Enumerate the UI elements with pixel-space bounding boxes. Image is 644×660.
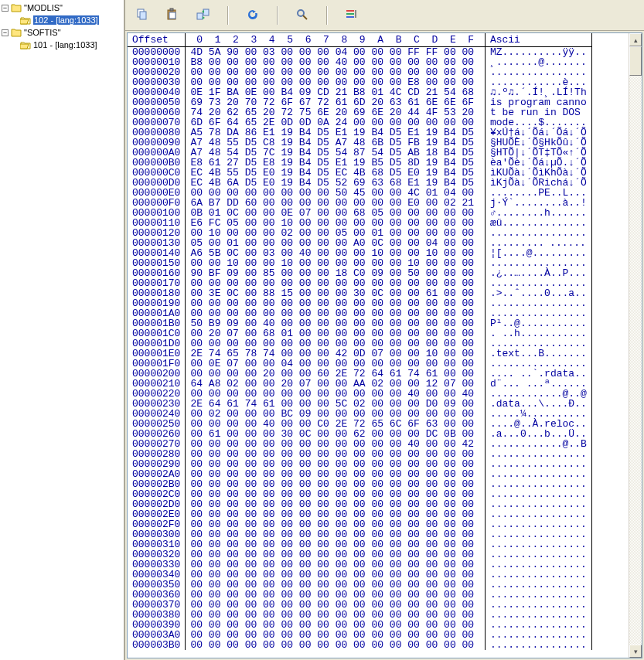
svg-rect-1	[140, 12, 146, 19]
copy-button[interactable]	[133, 7, 150, 24]
toolbar-separator	[277, 6, 278, 25]
tree-row[interactable]: 102 - [lang:1033]	[0, 14, 124, 26]
header-hex: 0 1 2 3 4 5 6 7 8 9 A B C D E F	[186, 33, 485, 47]
toolbar	[125, 0, 644, 31]
toolbar-separator	[326, 6, 328, 25]
resource-tree[interactable]: −"MODLIS"102 - [lang:1033]−"SOFTIS"101 -…	[0, 0, 125, 660]
swap-icon	[196, 8, 210, 23]
folder-icon	[11, 28, 22, 37]
svg-rect-11	[346, 16, 354, 18]
tree-row[interactable]: −"MODLIS"	[0, 2, 124, 14]
scroll-down-button[interactable]: ▾	[629, 645, 642, 658]
find-icon	[295, 8, 309, 23]
vertical-scrollbar[interactable]: ▴ ▾	[629, 33, 642, 658]
svg-point-7	[298, 10, 304, 16]
folder-icon	[11, 3, 22, 12]
svg-rect-5	[197, 13, 203, 19]
copy-icon	[135, 8, 148, 23]
refresh-icon	[246, 8, 260, 23]
tree-label: 102 - [lang:1033]	[33, 15, 99, 25]
options-button[interactable]	[343, 7, 360, 24]
tree-toggle-icon[interactable]: −	[2, 29, 9, 36]
hex-cell[interactable]: 00 00 00 00 00 00 00 00 00 00 00 00 00 0…	[186, 640, 485, 650]
folder-open-icon	[20, 40, 31, 49]
offset-cell: 00000000	[128, 47, 186, 58]
svg-rect-4	[169, 12, 175, 19]
hex-table: Offset 0 1 2 3 4 5 6 7 8 9 A B C D E F A…	[128, 33, 592, 650]
tree-toggle-icon[interactable]: −	[2, 5, 9, 12]
refresh-button[interactable]	[244, 7, 261, 24]
header-offset: Offset	[128, 33, 186, 47]
offset-cell: 000003B0	[128, 640, 186, 650]
ascii-cell: MZ..........ÿÿ..	[485, 47, 591, 58]
hex-row[interactable]: 000000004D 5A 90 00 03 00 00 00 04 00 00…	[128, 47, 591, 58]
hex-cell[interactable]: 4D 5A 90 00 03 00 00 00 04 00 00 00 FF F…	[186, 47, 485, 58]
tree-row[interactable]: 101 - [lang:1033]	[0, 39, 124, 51]
swap-button[interactable]	[195, 7, 212, 24]
ascii-cell: ................	[485, 640, 591, 650]
svg-rect-6	[203, 9, 209, 15]
tree-label: "SOFTIS"	[24, 28, 61, 37]
header-ascii: Ascii	[485, 33, 591, 47]
scroll-thumb[interactable]	[629, 46, 642, 76]
scroll-up-button[interactable]: ▴	[629, 33, 642, 46]
svg-rect-9	[346, 10, 354, 12]
tree-row[interactable]: −"SOFTIS"	[0, 26, 124, 39]
hex-viewer: Offset 0 1 2 3 4 5 6 7 8 9 A B C D E F A…	[127, 32, 642, 658]
find-button[interactable]	[294, 7, 311, 24]
hex-row[interactable]: 000003B000 00 00 00 00 00 00 00 00 00 00…	[128, 640, 591, 650]
svg-rect-10	[346, 13, 354, 15]
scroll-track[interactable]	[629, 46, 642, 645]
toolbar-separator	[227, 6, 229, 25]
tree-label: "MODLIS"	[24, 3, 63, 12]
svg-rect-12	[355, 10, 356, 18]
paste-button[interactable]	[164, 7, 181, 24]
tree-label: 101 - [lang:1033]	[33, 40, 97, 49]
options-icon	[345, 8, 359, 23]
svg-rect-3	[170, 9, 173, 11]
main-panel: Offset 0 1 2 3 4 5 6 7 8 9 A B C D E F A…	[125, 0, 644, 660]
svg-line-8	[303, 15, 307, 19]
paste-icon	[165, 8, 179, 23]
folder-open-icon	[20, 15, 31, 25]
